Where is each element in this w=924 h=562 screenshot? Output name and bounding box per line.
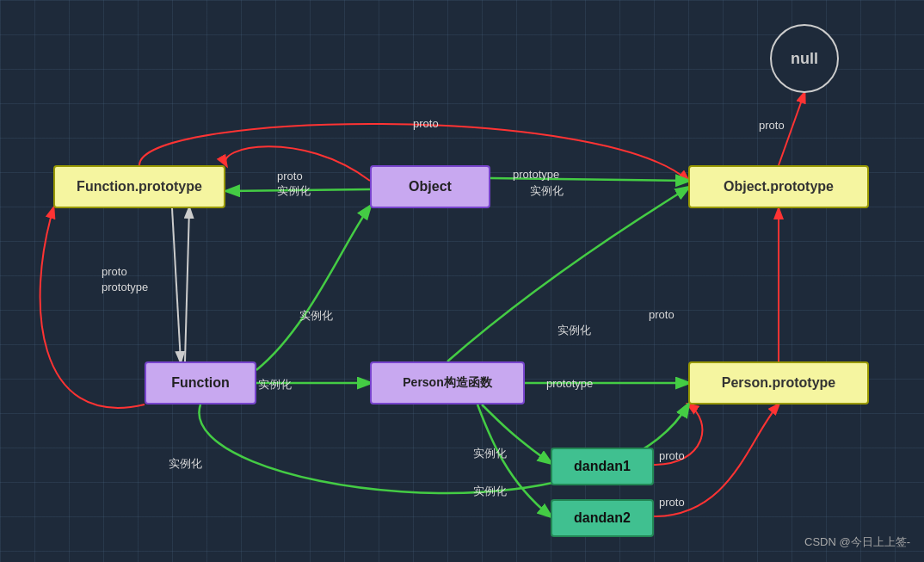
dandan2-node: dandan2 — [551, 499, 654, 537]
label-proto-o-obj: prototype — [513, 168, 559, 181]
label-proto-pc-obj: prototype — [546, 377, 593, 390]
label-proto-d2: proto — [659, 496, 685, 509]
label-proto-null: proto — [759, 119, 785, 132]
dandan1-node: dandan1 — [551, 448, 654, 485]
watermark: CSDN @今日上上签- — [804, 534, 910, 550]
function-prototype-label: Function.prototype — [77, 179, 202, 195]
diagram: null Function.prototype Object Object.pr… — [0, 0, 924, 562]
dandan2-label: dandan2 — [574, 510, 631, 526]
label-shili-pc-pp: 实例化 — [557, 323, 591, 338]
label-prototype-fp: prototype — [102, 281, 148, 293]
null-label: null — [791, 50, 818, 68]
function-prototype-node: Function.prototype — [53, 165, 225, 208]
person-constructor-node: Person构造函数 — [370, 361, 525, 405]
person-constructor-label: Person构造函数 — [403, 375, 491, 391]
label-proto-top: proto — [413, 117, 439, 130]
label-shili-d2: 实例化 — [473, 484, 507, 499]
label-proto-d1: proto — [659, 449, 685, 462]
label-shili-o-obj: 实例化 — [530, 183, 564, 199]
label-shili-f-pc: 实例化 — [258, 377, 292, 392]
label-shili-f-obj: 实例化 — [299, 308, 333, 324]
object-prototype-node: Object.prototype — [688, 165, 869, 208]
label-shili-d1: 实例化 — [473, 446, 507, 461]
person-prototype-label: Person.prototype — [722, 375, 835, 391]
label-proto-pp: proto — [649, 308, 675, 321]
object-prototype-label: Object.prototype — [724, 179, 834, 195]
label-shili-fp: 实例化 — [277, 183, 311, 199]
null-node: null — [770, 24, 839, 93]
object-label: Object — [409, 179, 452, 195]
person-prototype-node: Person.prototype — [688, 361, 869, 405]
label-proto-fp-below: proto — [102, 265, 127, 278]
dandan1-label: dandan1 — [574, 459, 631, 474]
label-shili-f-below: 实例化 — [169, 456, 202, 472]
label-proto-fp-left: proto — [277, 170, 303, 182]
function-label: Function — [171, 375, 230, 391]
object-node: Object — [370, 165, 490, 208]
function-node: Function — [145, 361, 256, 405]
